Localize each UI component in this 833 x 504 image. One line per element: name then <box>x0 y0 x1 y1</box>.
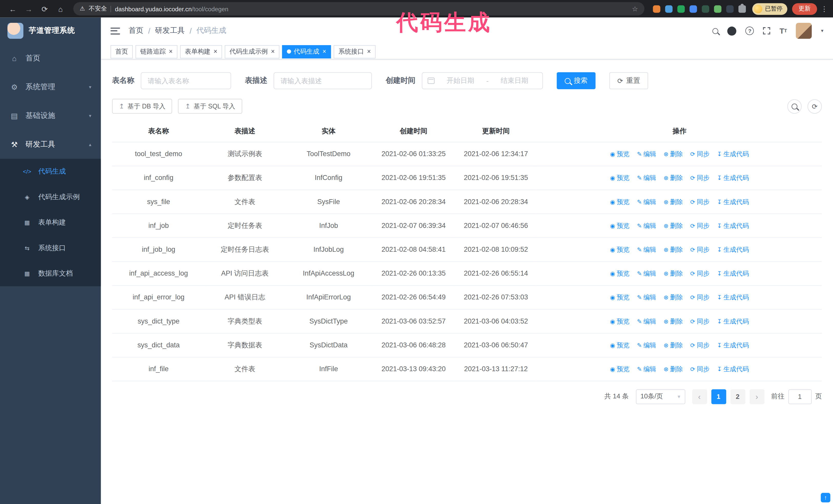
sidebar-menu-item[interactable]: ⌂ 首页 <box>0 44 101 73</box>
sidebar-submenu-item[interactable]: </> 代码生成 <box>0 159 101 184</box>
row-action-link[interactable]: ↧ 生成代码 <box>717 148 749 160</box>
row-action-link[interactable]: ◉ 预览 <box>610 148 629 160</box>
tab[interactable]: 首页 <box>111 45 133 58</box>
tab[interactable]: 代码生成 × <box>282 45 331 58</box>
browser-back-icon[interactable]: ← <box>5 1 20 16</box>
row-action-link[interactable]: ↧ 生成代码 <box>717 220 749 232</box>
app-logo[interactable]: 芋道管理系统 <box>0 18 101 44</box>
row-action-link[interactable]: ↧ 生成代码 <box>717 268 749 279</box>
tab-close-icon[interactable]: × <box>323 48 326 55</box>
row-action-link[interactable]: ✎ 编辑 <box>637 244 656 255</box>
avatar-caret-icon[interactable]: ▾ <box>821 28 823 33</box>
search-button[interactable]: 搜索 <box>557 72 595 89</box>
tab[interactable]: 系统接口 × <box>334 45 376 58</box>
sidebar-submenu-item[interactable]: ▦ 表单构建 <box>0 210 101 235</box>
font-size-icon[interactable]: TT <box>780 27 787 35</box>
tab[interactable]: 链路追踪 × <box>136 45 177 58</box>
row-action-link[interactable]: ◉ 预览 <box>610 196 629 208</box>
extension-icon[interactable] <box>665 5 672 13</box>
row-action-link[interactable]: ↧ 生成代码 <box>717 316 749 327</box>
extension-icon[interactable] <box>714 5 721 13</box>
row-action-link[interactable]: ✎ 编辑 <box>637 292 656 303</box>
search-icon[interactable] <box>713 28 718 34</box>
row-action-link[interactable]: ◉ 预览 <box>610 363 629 375</box>
extension-icon[interactable] <box>702 5 709 13</box>
row-action-link[interactable]: ⊗ 删除 <box>664 196 683 208</box>
reset-button[interactable]: ⟳ 重置 <box>609 72 648 89</box>
tab-close-icon[interactable]: × <box>271 48 275 55</box>
sidebar-submenu-item[interactable]: ⇆ 系统接口 <box>0 235 101 261</box>
tab-close-icon[interactable]: × <box>367 48 371 55</box>
row-action-link[interactable]: ⟳ 同步 <box>690 292 710 303</box>
toggle-search-button[interactable] <box>787 99 802 113</box>
tab[interactable]: 代码生成示例 × <box>225 45 280 58</box>
next-page-button[interactable]: › <box>749 389 764 404</box>
tab-close-icon[interactable]: × <box>214 48 217 55</box>
page-number-button[interactable]: 2 <box>730 389 745 404</box>
row-action-link[interactable]: ✎ 编辑 <box>637 172 656 184</box>
row-action-link[interactable]: ⟳ 同步 <box>690 316 710 327</box>
extension-icon[interactable] <box>653 5 660 13</box>
github-icon[interactable] <box>728 26 736 35</box>
browser-update-button[interactable]: 更新 <box>792 3 817 15</box>
row-action-link[interactable]: ◉ 预览 <box>610 292 629 303</box>
tab[interactable]: 表单构建 × <box>180 45 222 58</box>
breadcrumb-item-tools[interactable]: 研发工具 <box>155 26 185 35</box>
import-sql-button[interactable]: ↥ 基于 SQL 导入 <box>178 99 242 114</box>
row-action-link[interactable]: ⟳ 同步 <box>690 363 710 375</box>
refresh-button[interactable]: ⟳ <box>808 99 822 113</box>
sidebar-menu-item[interactable]: ⚙ 系统管理 ▾ <box>0 73 101 101</box>
row-action-link[interactable]: ↧ 生成代码 <box>717 196 749 208</box>
date-range-picker[interactable]: 开始日期 - 结束日期 <box>422 72 543 89</box>
sidebar-submenu-item[interactable]: ◈ 代码生成示例 <box>0 184 101 210</box>
browser-address-bar[interactable]: ⚠ 不安全 dashboard.yudao.iocoder.cn/tool/co… <box>73 2 644 16</box>
row-action-link[interactable]: ⊗ 删除 <box>664 172 683 184</box>
sidebar-menu-item[interactable]: ⚒ 研发工具 ▴ <box>0 130 101 159</box>
browser-home-icon[interactable]: ⌂ <box>53 1 68 16</box>
row-action-link[interactable]: ◉ 预览 <box>610 268 629 279</box>
row-action-link[interactable]: ◉ 预览 <box>610 220 629 232</box>
row-action-link[interactable]: ⊗ 删除 <box>664 220 683 232</box>
profile-paused-badge[interactable]: 已暂停 <box>752 3 787 15</box>
bookmark-star-icon[interactable]: ☆ <box>632 5 638 13</box>
row-action-link[interactable]: ✎ 编辑 <box>637 220 656 232</box>
row-action-link[interactable]: ✎ 编辑 <box>637 363 656 375</box>
row-action-link[interactable]: ◉ 预览 <box>610 244 629 255</box>
row-action-link[interactable]: ◉ 预览 <box>610 172 629 184</box>
extensions-puzzle-icon[interactable] <box>738 5 746 13</box>
browser-reload-icon[interactable]: ⟳ <box>37 1 52 16</box>
row-action-link[interactable]: ⊗ 删除 <box>664 148 683 160</box>
sidebar-submenu-item[interactable]: ▦ 数据库文档 <box>0 261 101 286</box>
sidebar-toggle-icon[interactable] <box>111 27 120 34</box>
row-action-link[interactable]: ✎ 编辑 <box>637 148 656 160</box>
row-action-link[interactable]: ↧ 生成代码 <box>717 172 749 184</box>
import-db-button[interactable]: ↥ 基于 DB 导入 <box>112 99 172 114</box>
help-icon[interactable]: ? <box>745 27 754 35</box>
row-action-link[interactable]: ↧ 生成代码 <box>717 292 749 303</box>
row-action-link[interactable]: ⟳ 同步 <box>690 244 710 255</box>
row-action-link[interactable]: ✎ 编辑 <box>637 196 656 208</box>
row-action-link[interactable]: ⊗ 删除 <box>664 340 683 351</box>
row-action-link[interactable]: ✎ 编辑 <box>637 316 656 327</box>
breadcrumb-item-home[interactable]: 首页 <box>129 26 144 35</box>
extension-icon[interactable] <box>689 5 697 13</box>
back-to-top-button[interactable]: ↑ <box>821 493 830 502</box>
row-action-link[interactable]: ⊗ 删除 <box>664 292 683 303</box>
user-avatar[interactable] <box>796 23 812 39</box>
tab-close-icon[interactable]: × <box>169 48 173 55</box>
table-name-input[interactable] <box>141 72 231 89</box>
fullscreen-icon[interactable] <box>763 27 770 34</box>
row-action-link[interactable]: ↧ 生成代码 <box>717 244 749 255</box>
row-action-link[interactable]: ⟳ 同步 <box>690 268 710 279</box>
row-action-link[interactable]: ◉ 预览 <box>610 340 629 351</box>
row-action-link[interactable]: ⟳ 同步 <box>690 172 710 184</box>
row-action-link[interactable]: ⊗ 删除 <box>664 363 683 375</box>
row-action-link[interactable]: ✎ 编辑 <box>637 268 656 279</box>
row-action-link[interactable]: ⊗ 删除 <box>664 316 683 327</box>
page-size-select[interactable]: 10条/页 ▾ <box>636 389 685 404</box>
row-action-link[interactable]: ⟳ 同步 <box>690 340 710 351</box>
page-number-button[interactable]: 1 <box>711 389 726 404</box>
browser-forward-icon[interactable]: → <box>21 1 36 16</box>
row-action-link[interactable]: ⊗ 删除 <box>664 268 683 279</box>
row-action-link[interactable]: ◉ 预览 <box>610 316 629 327</box>
